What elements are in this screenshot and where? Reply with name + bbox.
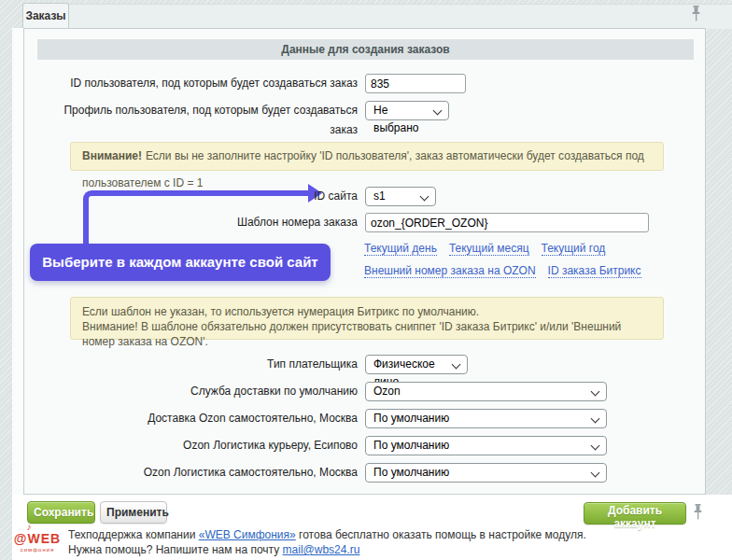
- profile-select-value: Не выбрано: [373, 104, 419, 134]
- apply-button[interactable]: Применить: [100, 501, 167, 524]
- support-email-link[interactable]: mail@wbs24.ru: [283, 543, 360, 556]
- tab-orders[interactable]: Заказы: [22, 3, 69, 28]
- chevron-down-icon: [420, 192, 429, 202]
- support-line2: Нужна помощь? Напишите нам на почту mail…: [68, 542, 586, 557]
- user-id-warning: Внимание!Если вы не заполните настройку …: [70, 142, 664, 171]
- payer-type-select[interactable]: Физическое лицо: [365, 355, 468, 374]
- order-template-label: Шаблон номера заказа: [37, 213, 358, 232]
- template-note: Если шаблон не указан, то используется н…: [70, 297, 664, 340]
- support-prefix: Техподдержка компании: [68, 528, 199, 541]
- save-button[interactable]: Сохранить: [27, 501, 95, 524]
- order-template-input[interactable]: [365, 213, 649, 232]
- chevron-down-icon: [591, 469, 600, 478]
- delivery-ozon-moscow-label: Доставка Ozon самостоятельно, Москва: [37, 409, 358, 428]
- default-delivery-label: Служба доставки по умолчанию: [37, 382, 358, 401]
- chevron-down-icon: [591, 387, 600, 397]
- web-symphony-link[interactable]: «WEB Симфония»: [199, 528, 296, 541]
- logo-main-text: @WEB: [13, 532, 62, 545]
- snippet-link-current-year[interactable]: Текущий год: [542, 242, 606, 256]
- support-text: Техподдержка компании «WEB Симфония» гот…: [68, 527, 586, 557]
- payer-type-label: Тип плательщика: [37, 355, 358, 374]
- profile-select[interactable]: Не выбрано: [365, 101, 449, 120]
- support-suffix: готова бесплатно оказать помощь в настро…: [296, 528, 586, 541]
- tab-strip: [67, 4, 732, 29]
- site-select-tooltip: Выберите в каждом аккаунте свой сайт: [30, 244, 331, 281]
- settings-page: Заказы Данные для создания заказов ID по…: [0, 0, 732, 560]
- default-delivery-select-value: Ozon: [373, 385, 401, 398]
- site-id-label: ID сайта: [37, 187, 358, 206]
- help-prefix: Нужна помощь? Напишите нам на почту: [68, 543, 283, 556]
- delivery-ozon-moscow-select[interactable]: По умолчанию: [365, 409, 607, 428]
- default-delivery-select[interactable]: Ozon: [365, 382, 607, 401]
- snippet-link-ozon-number[interactable]: Внешний номер заказа на OZON: [364, 264, 536, 278]
- delivery-ozon-moscow-select-value: По умолчанию: [373, 412, 449, 425]
- panel-gutter: [12, 28, 23, 560]
- web-symphony-logo: ♪ @WEB симфония: [13, 523, 62, 553]
- delivery-esipovo-select-value: По умолчанию: [373, 439, 449, 452]
- delivery-logistics-moscow-select[interactable]: По умолчанию: [365, 463, 607, 483]
- profile-label: Профиль пользователя, под которым будет …: [37, 101, 358, 140]
- panel-title: Данные для создания заказов: [37, 39, 694, 60]
- chevron-down-icon: [452, 360, 461, 370]
- pin-icon[interactable]: [691, 6, 701, 25]
- chevron-down-icon: [591, 441, 600, 451]
- site-id-select-value: s1: [373, 189, 386, 203]
- add-account-button[interactable]: Добавить аккаунт: [584, 502, 686, 525]
- snippet-link-bitrix-id[interactable]: ID заказа Битрикс: [548, 264, 641, 278]
- delivery-logistics-moscow-select-value: По умолчанию: [373, 466, 449, 479]
- delivery-esipovo-label: Ozon Логистика курьеру, Есипово: [37, 436, 358, 455]
- delivery-esipovo-select[interactable]: По умолчанию: [365, 436, 607, 455]
- logo-sub-text: симфония: [13, 547, 62, 553]
- user-id-label: ID пользователя, под которым будет созда…: [37, 74, 358, 93]
- delivery-logistics-moscow-label: Ozon Логистика самостоятельно, Москва: [37, 463, 358, 483]
- template-note-line1: Если шаблон не указан, то используется н…: [82, 304, 652, 319]
- chevron-down-icon: [433, 106, 443, 116]
- snippet-link-current-day[interactable]: Текущий день: [364, 242, 437, 256]
- snippet-link-current-month[interactable]: Текущий месяц: [449, 242, 529, 256]
- user-id-input[interactable]: [365, 74, 466, 93]
- support-line1: Техподдержка компании «WEB Симфония» гот…: [68, 527, 586, 542]
- site-id-select[interactable]: s1: [365, 187, 436, 206]
- warning-bold: Внимание!: [82, 149, 142, 162]
- template-note-line2: Внимание! В шаблоне обязательно должен п…: [82, 319, 652, 349]
- pin-icon[interactable]: [693, 504, 703, 524]
- chevron-down-icon: [591, 414, 600, 424]
